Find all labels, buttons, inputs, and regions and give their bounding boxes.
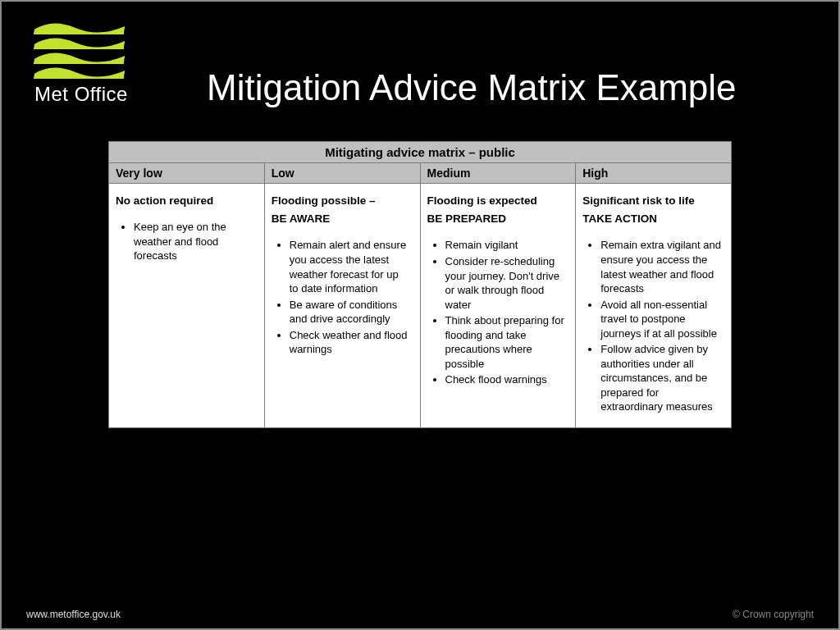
wave-logo-icon xyxy=(34,21,125,75)
summary-line2: TAKE ACTION xyxy=(582,212,724,226)
summary-line1: Flooding is expected xyxy=(427,194,537,207)
advice-item: Think about preparing for flooding and t… xyxy=(445,313,569,371)
level-header: High xyxy=(576,163,731,183)
summary-line1: Significant risk to life xyxy=(582,194,695,207)
footer-url: www.metoffice.gov.uk xyxy=(26,609,121,620)
advice-item: Remain vigilant xyxy=(445,238,569,253)
advice-list: Remain alert and ensure you access the l… xyxy=(272,238,413,356)
brand-logo: Met Office xyxy=(34,21,149,106)
level-header: Very low xyxy=(109,163,265,183)
matrix-cell-high: Significant risk to life TAKE ACTION Rem… xyxy=(576,184,731,427)
advice-item: Be aware of conditions and drive accordi… xyxy=(290,298,413,326)
matrix-cell-low: Flooding possible – BE AWARE Remain aler… xyxy=(265,184,421,427)
slide-title: Mitigation Advice Matrix Example xyxy=(207,67,737,108)
brand-name: Met Office xyxy=(34,83,128,106)
advice-item: Keep an eye on the weather and flood for… xyxy=(134,220,258,263)
matrix-caption: Mitigating advice matrix – public xyxy=(109,142,731,163)
advice-list: Remain vigilant Consider re-scheduling y… xyxy=(427,238,569,386)
advice-matrix: Mitigating advice matrix – public Very l… xyxy=(108,141,732,428)
matrix-cell-medium: Flooding is expected BE PREPARED Remain … xyxy=(421,184,577,427)
cell-summary: Flooding is expected BE PREPARED xyxy=(427,194,569,226)
summary-line2: BE PREPARED xyxy=(427,212,569,226)
advice-item: Consider re-scheduling your journey. Don… xyxy=(445,254,569,312)
advice-item: Check flood warnings xyxy=(445,372,569,387)
matrix-body-row: No action required Keep an eye on the we… xyxy=(109,184,731,427)
level-header: Low xyxy=(265,163,421,183)
cell-summary: Flooding possible – BE AWARE xyxy=(272,194,413,226)
footer-copyright: © Crown copyright xyxy=(733,609,814,620)
cell-summary: Significant risk to life TAKE ACTION xyxy=(582,194,724,226)
advice-item: Remain extra vigilant and ensure you acc… xyxy=(600,238,724,295)
slide-footer: www.metoffice.gov.uk © Crown copyright xyxy=(2,609,838,620)
advice-list: Keep an eye on the weather and flood for… xyxy=(116,220,258,263)
summary-line1: No action required xyxy=(116,194,213,207)
advice-item: Check weather and flood warnings xyxy=(290,328,413,357)
advice-item: Avoid all non-essential travel to postpo… xyxy=(600,298,724,341)
advice-item: Follow advice given by authorities under… xyxy=(600,342,724,414)
advice-item: Remain alert and ensure you access the l… xyxy=(290,238,413,295)
summary-line1: Flooding possible – xyxy=(272,194,376,207)
summary-line2: BE AWARE xyxy=(272,212,413,226)
level-header: Medium xyxy=(421,163,577,183)
matrix-cell-very-low: No action required Keep an eye on the we… xyxy=(109,184,265,427)
matrix-header-row: Very low Low Medium High xyxy=(109,163,731,184)
slide-header: Met Office Mitigation Advice Matrix Exam… xyxy=(2,2,838,116)
advice-list: Remain extra vigilant and ensure you acc… xyxy=(582,238,724,414)
cell-summary: No action required xyxy=(116,194,258,208)
